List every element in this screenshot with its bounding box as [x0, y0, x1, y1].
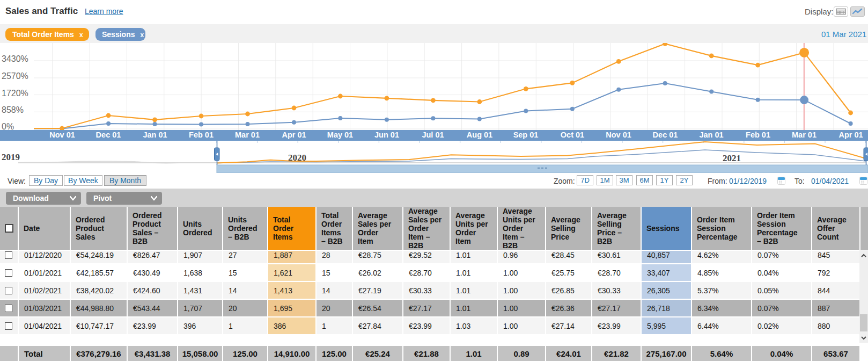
svg-text:2019: 2019	[2, 152, 20, 162]
svg-text:2021: 2021	[723, 153, 741, 163]
svg-text:2020: 2020	[288, 153, 306, 163]
